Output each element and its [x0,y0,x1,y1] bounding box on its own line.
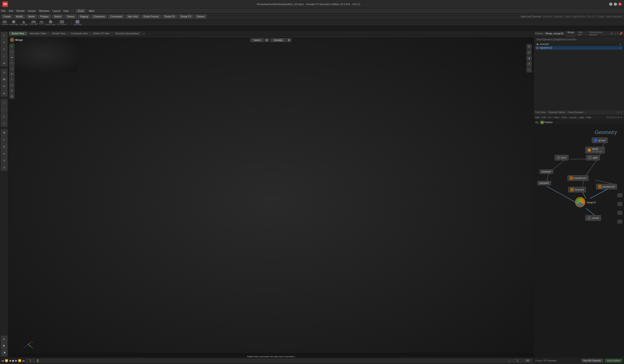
vp-icon4[interactable]: ⬡ [9,60,14,65]
node-merge15[interactable] [575,197,585,207]
tl-skip-start[interactable]: ⏮ [1,359,4,362]
key-all-channels-btn[interactable]: Key All Channels [581,359,603,362]
select-dropdown[interactable]: Select ▼ [251,38,269,42]
vp-icon9[interactable]: ⊟ [9,88,14,93]
camera-btn[interactable]: Camera [1,20,8,25]
node-boolean2[interactable]: boolean2 [540,170,553,174]
net-labs-btn[interactable]: Labs [579,116,584,119]
sidebar-zoom-out[interactable]: 🔎 [1,350,7,356]
sidebar-sphere[interactable]: ○ [1,106,7,113]
frame-range-end[interactable] [523,359,532,362]
sidebar-curve[interactable]: ∿ [1,120,7,127]
panel-help-icon[interactable]: ? [617,32,619,35]
tab-animation-editor[interactable]: Animation Editor [27,32,49,35]
minimize-button[interactable]: — [609,2,612,6]
sidebar-tools2[interactable]: ≡ [1,136,7,143]
close-button[interactable]: ✕ [619,2,622,6]
sidebar-camera[interactable]: 📷 [1,76,7,83]
net-add-btn[interactable]: Add [535,116,539,119]
tl-next-frame[interactable]: ⏩ [18,359,21,362]
window-controls[interactable]: — □ ✕ [609,2,622,6]
visibility-arrow[interactable]: ▼ [286,38,291,42]
menu-layout[interactable]: Layout [52,9,60,12]
node-group1[interactable]: G group1 [592,138,608,143]
btn-sketch[interactable]: Sketch [52,15,64,19]
frame-range-start[interactable] [513,359,522,362]
3d-viewport[interactable]: ⊞ ⊟ ◑ 👁 ⤡ Select the geometry for the ne… [8,37,534,357]
op-item-reverse3[interactable]: reverse3 ▶ [535,42,623,46]
net-icon2[interactable]: ⊟ [609,116,611,119]
net-icon6[interactable]: ⊘ [621,116,623,119]
net-asset-browser[interactable]: Asset Browser [569,111,583,114]
tab-motion-fx-view[interactable]: Motion FX View [91,32,112,35]
btn-han-units[interactable]: Han Units [126,15,140,19]
menu-main[interactable]: Main [89,9,94,12]
tl-play-back[interactable]: ◀ [9,359,11,362]
net-path-pavilion[interactable]: Pavilion [545,121,552,123]
tab-take-list[interactable]: Take List [576,31,587,36]
select-arrow[interactable]: ▼ [264,38,269,42]
maximize-button[interactable]: □ [614,2,617,6]
tab-merge[interactable]: Merge [566,31,575,36]
node-add1[interactable]: + add1 [586,155,600,160]
vp-icon2[interactable]: ◻ [9,49,14,54]
vp-icon6[interactable]: ⊕ [9,72,14,76]
sidebar-scale[interactable]: ⤢ [1,53,7,59]
node-box7[interactable]: □ box7 [555,155,569,160]
sidebar-poly[interactable]: ⬡ [1,113,7,120]
visibility-dropdown[interactable]: Visibility ▼ [271,38,291,42]
sidebar-tools6[interactable]: ⊚ [1,164,7,171]
geometry-btn[interactable]: Geometry [74,20,82,25]
tab-render-view[interactable]: Render View [50,32,68,35]
menu-render[interactable]: Render [17,9,25,12]
btn-simple-fx[interactable]: Simple FX [178,15,193,19]
tl-skip-end[interactable]: ⏭ [22,359,25,362]
sidebar-zoom-in[interactable]: 🔍 [1,343,7,349]
tl-prev-frame[interactable]: ⏪ [5,359,8,362]
vp-icon8[interactable]: ⊡ [9,83,14,88]
expand-btn[interactable]: ⤡ [527,67,532,72]
sidebar-handle[interactable]: ⊡ [1,69,7,75]
btn-create[interactable]: Create [1,15,13,19]
panel-settings-icon[interactable]: ⚙ [611,32,613,35]
sidebar-transform[interactable]: ⊞ [1,60,7,66]
visibility-btn[interactable]: Visibility [271,38,286,42]
vp-icon3[interactable]: ◈ [9,55,14,60]
select-btn[interactable]: Select [251,38,264,42]
op-item-transform13[interactable]: transform13 ▶ [535,46,623,50]
menu-windows[interactable]: Windows [39,9,50,12]
node-polysplit1[interactable]: polysplit1 [537,181,551,185]
net-go-btn[interactable]: Go [548,116,551,119]
network-canvas[interactable]: Geometry [534,125,624,357]
node-blast5[interactable]: 💥 blast5 not: group1 [585,147,605,153]
sidebar-select[interactable]: ↖ [1,32,7,39]
node-transform13[interactable]: ↔ transform13 [596,184,617,189]
btn-characters[interactable]: Characters [91,15,107,19]
btn-volume[interactable]: Volume [195,15,207,19]
node-curve4[interactable]: ∿ curve4 [585,215,601,221]
btn-terrain-fx[interactable]: Terrain FX [162,15,177,19]
tab-performance-monitor[interactable]: Performance Monitor [588,31,609,36]
net-settings-icon[interactable]: ⚙ [617,111,619,114]
zoom-fit-btn[interactable]: ⊞ [527,44,532,49]
net-help-btn[interactable]: Help [586,116,591,119]
menu-help[interactable]: Help [63,9,69,12]
tl-play[interactable]: ▶ [15,359,17,362]
instant-light-btn[interactable]: Instant Light [46,20,56,25]
tl-stop[interactable]: ⏹ [12,359,14,362]
net-icon3[interactable]: ⊞ [612,116,614,119]
tab-composite-view[interactable]: Composite View [68,32,90,35]
net-material-palette[interactable]: Material Palette [549,111,565,114]
net-tree-view[interactable]: Tree View [535,111,545,114]
sidebar-snap[interactable]: ⊕ [1,90,7,97]
net-view-btn[interactable]: View [554,116,559,119]
tab-geometry-spreadsheet[interactable]: Geometry Spreadsheet [112,32,141,35]
node-reverse3[interactable]: ↩ reverse3 [568,187,586,193]
net-icon1[interactable]: ⊡ [607,116,609,119]
vr-camera-btn[interactable]: VR Camera [57,20,67,25]
tab-scene-view[interactable]: Scene View [9,32,27,35]
shade-btn[interactable]: ◑ [527,56,532,61]
vp-icon7[interactable]: ≈ [9,77,14,82]
tab-add[interactable]: + [142,32,146,35]
net-expand-icon[interactable]: ⤢ [621,111,623,114]
